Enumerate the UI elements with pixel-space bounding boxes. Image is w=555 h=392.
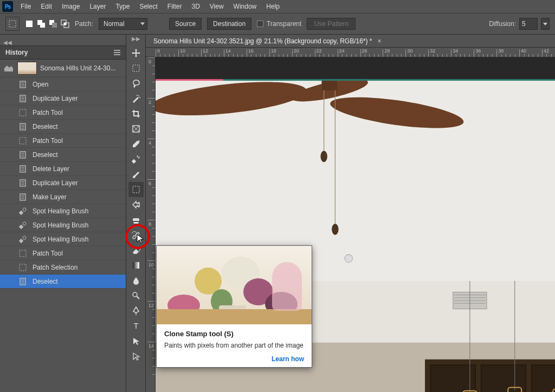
move-tool[interactable] bbox=[128, 45, 144, 61]
svg-rect-3 bbox=[40, 23, 45, 28]
menu-3d[interactable]: 3D bbox=[189, 2, 202, 11]
lasso-tool[interactable] bbox=[128, 76, 144, 91]
history-item[interactable]: Deselect bbox=[0, 120, 126, 134]
transparent-checkbox[interactable] bbox=[257, 21, 263, 27]
svg-point-44 bbox=[23, 236, 26, 239]
history-item-icon bbox=[17, 206, 28, 217]
history-snapshot[interactable]: Sonoma Hills Unit 24-30... bbox=[0, 60, 126, 77]
menu-type[interactable]: Type bbox=[113, 2, 132, 11]
svg-rect-95 bbox=[156, 79, 223, 81]
history-item-icon bbox=[17, 276, 28, 287]
history-item[interactable]: Spot Healing Brush bbox=[0, 218, 126, 232]
history-item[interactable]: Duplicate Layer bbox=[0, 92, 126, 106]
svg-rect-17 bbox=[20, 109, 26, 116]
selection-mode-intersect[interactable] bbox=[61, 19, 69, 28]
tool-tooltip: Clone Stamp tool (S) Paints with pixels … bbox=[156, 245, 312, 368]
history-item-icon bbox=[17, 121, 28, 132]
menu-filter[interactable]: Filter bbox=[165, 2, 184, 11]
document-title: Sonoma Hills Unit 24-302 3521.jpg @ 21.1… bbox=[153, 37, 372, 45]
current-tool-icon[interactable] bbox=[5, 17, 20, 31]
history-item-label: Deselect bbox=[33, 123, 58, 130]
history-item[interactable]: Patch Tool bbox=[0, 106, 126, 120]
pen-tool[interactable] bbox=[128, 303, 144, 318]
menu-image[interactable]: Image bbox=[60, 2, 82, 11]
diffusion-stepper[interactable] bbox=[541, 18, 550, 30]
history-item[interactable]: Deselect bbox=[0, 275, 126, 289]
history-list: Sonoma Hills Unit 24-30... OpenDuplicate… bbox=[0, 60, 126, 392]
frame-tool[interactable] bbox=[128, 121, 144, 136]
marquee-tool[interactable] bbox=[128, 61, 144, 76]
history-item-icon bbox=[17, 164, 28, 174]
panel-collapse-left[interactable]: ◀◀ bbox=[3, 40, 12, 45]
history-item[interactable]: Spot Healing Brush bbox=[0, 232, 126, 246]
menu-edit[interactable]: Edit bbox=[38, 2, 54, 11]
selection-mode-new[interactable] bbox=[25, 19, 34, 28]
eyedropper-tool[interactable] bbox=[128, 136, 144, 152]
path-selection-tool[interactable] bbox=[128, 334, 144, 349]
history-item-label: Patch Tool bbox=[33, 250, 63, 257]
history-item[interactable]: Patch Selection bbox=[0, 260, 126, 275]
patch-mode-select[interactable]: Normal bbox=[99, 18, 147, 30]
svg-rect-46 bbox=[20, 264, 26, 271]
svg-point-59 bbox=[137, 156, 138, 158]
svg-rect-43 bbox=[19, 238, 23, 243]
gradient-tool[interactable] bbox=[128, 258, 144, 273]
history-item[interactable]: Deselect bbox=[0, 148, 126, 162]
history-item[interactable]: Make Layer bbox=[0, 190, 126, 204]
history-item-label: Spot Healing Brush bbox=[33, 236, 88, 243]
history-item[interactable]: Delete Layer bbox=[0, 162, 126, 176]
history-item[interactable]: Patch Tool bbox=[0, 134, 126, 148]
clone-stamp-tool[interactable] bbox=[128, 212, 144, 227]
svg-rect-39 bbox=[19, 210, 23, 214]
ruler-horizontal[interactable]: 81012141618202224262830323436384042 bbox=[146, 48, 555, 57]
close-document-icon[interactable]: × bbox=[378, 37, 382, 45]
crop-tool[interactable] bbox=[128, 106, 144, 121]
ruler-vertical[interactable]: 02468101214 bbox=[146, 57, 156, 392]
svg-point-77 bbox=[345, 254, 352, 262]
selection-mode-subtract[interactable] bbox=[49, 19, 57, 28]
destination-button[interactable]: Destination bbox=[207, 18, 251, 30]
menu-help[interactable]: Help bbox=[264, 2, 282, 11]
menu-view[interactable]: View bbox=[208, 2, 226, 11]
type-tool[interactable]: T bbox=[128, 318, 144, 334]
svg-rect-1 bbox=[26, 21, 33, 27]
source-button[interactable]: Source bbox=[169, 18, 202, 30]
tooltip-learn-link[interactable]: Learn how bbox=[164, 355, 304, 363]
content-aware-move-tool[interactable] bbox=[128, 197, 144, 212]
tooltip-description: Paints with pixels from another part of … bbox=[164, 341, 304, 350]
svg-rect-96 bbox=[223, 79, 555, 81]
blur-tool[interactable] bbox=[128, 273, 144, 288]
spot-healing-tool[interactable] bbox=[128, 152, 144, 167]
history-thumbnail bbox=[17, 62, 37, 75]
brush-tool[interactable] bbox=[128, 167, 144, 182]
dodge-tool[interactable] bbox=[128, 288, 144, 303]
diffusion-value[interactable]: 5 bbox=[519, 18, 538, 30]
magic-wand-tool[interactable] bbox=[128, 91, 144, 106]
history-item[interactable]: Spot Healing Brush bbox=[0, 204, 126, 218]
history-item-icon bbox=[17, 149, 28, 160]
toolbar-collapse-arrow[interactable]: ▶▶ bbox=[132, 36, 140, 42]
menu-select[interactable]: Select bbox=[137, 2, 159, 11]
history-item-icon bbox=[17, 234, 28, 245]
history-item[interactable]: Duplicate Layer bbox=[0, 176, 126, 190]
svg-point-53 bbox=[139, 97, 140, 98]
history-item[interactable]: Open bbox=[0, 77, 126, 92]
patch-tool[interactable] bbox=[128, 182, 144, 197]
photoshop-logo: Ps bbox=[2, 1, 13, 12]
svg-point-52 bbox=[138, 95, 139, 96]
svg-point-40 bbox=[23, 208, 26, 211]
menu-file[interactable]: File bbox=[18, 2, 33, 11]
history-item-icon bbox=[17, 107, 28, 118]
svg-rect-5 bbox=[52, 23, 57, 28]
document-tab[interactable]: Sonoma Hills Unit 24-302 3521.jpg @ 21.1… bbox=[146, 35, 555, 48]
panel-menu-icon[interactable] bbox=[114, 50, 120, 55]
menu-window[interactable]: Window bbox=[231, 2, 259, 11]
tooltip-title: Clone Stamp tool (S) bbox=[164, 330, 304, 338]
history-item[interactable]: Patch Tool bbox=[0, 246, 126, 260]
history-panel-title: History bbox=[5, 49, 28, 56]
svg-rect-60 bbox=[133, 186, 139, 193]
direct-selection-tool[interactable] bbox=[128, 349, 144, 364]
menu-layer[interactable]: Layer bbox=[87, 2, 108, 11]
selection-mode-add[interactable] bbox=[37, 19, 46, 28]
svg-rect-0 bbox=[9, 21, 16, 27]
